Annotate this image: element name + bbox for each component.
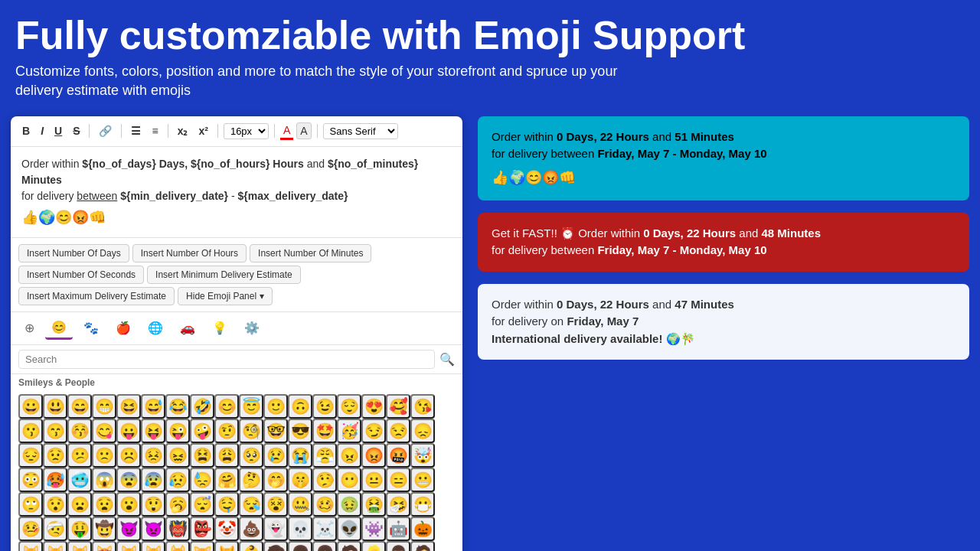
font-bg-button[interactable]: A (296, 122, 311, 139)
emoji-cat-smileys[interactable]: 😊 (45, 317, 73, 340)
emoji-item[interactable]: 😘 (410, 394, 435, 419)
emoji-item[interactable]: 😌 (337, 394, 361, 419)
list-ul-button[interactable]: ☰ (127, 123, 145, 139)
emoji-item[interactable]: 🤪 (190, 419, 214, 443)
emoji-item[interactable]: 😦 (67, 492, 92, 517)
emoji-item[interactable]: 🙀 (165, 541, 190, 551)
emoji-cat-animals[interactable]: 🐾 (77, 318, 105, 338)
emoji-item[interactable]: 🥳 (337, 419, 361, 443)
emoji-item[interactable]: 🤬 (386, 443, 410, 468)
emoji-item[interactable]: 😓 (190, 468, 214, 492)
emoji-item[interactable]: 🙃 (288, 394, 312, 419)
emoji-item[interactable]: 😳 (18, 468, 43, 492)
emoji-item[interactable]: 👾 (361, 517, 386, 541)
emoji-item[interactable]: 🤯 (410, 443, 435, 468)
emoji-item[interactable]: 😤 (312, 443, 337, 468)
emoji-item[interactable]: 😙 (43, 419, 67, 443)
emoji-item[interactable]: 😲 (141, 492, 165, 517)
emoji-item[interactable]: 👶 (239, 541, 263, 551)
emoji-item[interactable]: 😖 (165, 443, 190, 468)
emoji-item[interactable]: 😴 (190, 492, 214, 517)
emoji-item[interactable]: 🤕 (43, 517, 67, 541)
emoji-item[interactable]: 😄 (67, 394, 92, 419)
emoji-item[interactable]: 😚 (67, 419, 92, 443)
emoji-item[interactable]: 🤗 (214, 468, 239, 492)
emoji-cat-vehicles[interactable]: 🚗 (174, 318, 201, 338)
emoji-item[interactable]: ☹️ (116, 443, 141, 468)
emoji-item[interactable]: 😸 (43, 541, 67, 551)
emoji-item[interactable]: 😑 (386, 468, 410, 492)
emoji-item[interactable]: 🎃 (410, 517, 435, 541)
emoji-item[interactable]: 💀 (288, 517, 312, 541)
emoji-item[interactable]: 😣 (141, 443, 165, 468)
emoji-item[interactable]: 😕 (67, 443, 92, 468)
underline-button[interactable]: U (51, 123, 66, 139)
emoji-item[interactable]: 😪 (239, 492, 263, 517)
emoji-item[interactable]: 😐 (361, 468, 386, 492)
emoji-item[interactable]: 😼 (116, 541, 141, 551)
emoji-item[interactable]: 👱 (361, 541, 386, 551)
emoji-item[interactable]: 😃 (43, 394, 67, 419)
emoji-item[interactable]: 🥰 (386, 394, 410, 419)
emoji-cat-food[interactable]: 🍎 (109, 318, 137, 338)
emoji-item[interactable]: 😠 (337, 443, 361, 468)
emoji-item[interactable]: 🤖 (386, 517, 410, 541)
emoji-item[interactable]: 👹 (165, 517, 190, 541)
emoji-item[interactable]: 😔 (18, 443, 43, 468)
emoji-item[interactable]: 💩 (239, 517, 263, 541)
emoji-item[interactable]: 👽 (337, 517, 361, 541)
emoji-item[interactable]: 😧 (92, 492, 116, 517)
emoji-item[interactable]: 😡 (361, 443, 386, 468)
emoji-item[interactable]: 👺 (190, 517, 214, 541)
emoji-item[interactable]: 👦 (288, 541, 312, 551)
emoji-item[interactable]: 🧐 (239, 419, 263, 443)
emoji-item[interactable]: 🙄 (18, 492, 43, 517)
emoji-item[interactable]: 🙁 (92, 443, 116, 468)
emoji-item[interactable]: 🤡 (214, 517, 239, 541)
insert-minutes-button[interactable]: Insert Number Of Minutes (250, 244, 371, 262)
emoji-cat-objects[interactable]: 💡 (206, 318, 234, 338)
emoji-item[interactable]: 🤧 (386, 492, 410, 517)
superscript-button[interactable]: x² (194, 123, 211, 139)
list-ol-button[interactable]: ≡ (148, 123, 162, 139)
emoji-item[interactable]: 😛 (116, 419, 141, 443)
emoji-search-input[interactable] (18, 350, 435, 369)
emoji-item[interactable]: 😇 (239, 394, 263, 419)
emoji-item[interactable]: 😾 (214, 541, 239, 551)
bold-button[interactable]: B (18, 123, 34, 139)
emoji-item[interactable]: 🤥 (312, 468, 337, 492)
emoji-item[interactable]: 😜 (165, 419, 190, 443)
emoji-item[interactable]: 😂 (165, 394, 190, 419)
emoji-item[interactable]: 👿 (141, 517, 165, 541)
emoji-item[interactable]: 😷 (410, 492, 435, 517)
emoji-item[interactable]: 😱 (92, 468, 116, 492)
emoji-item[interactable]: 🥵 (43, 468, 67, 492)
emoji-item[interactable]: 🤐 (288, 492, 312, 517)
emoji-item[interactable]: 😉 (312, 394, 337, 419)
emoji-item[interactable]: 🤩 (312, 419, 337, 443)
emoji-item[interactable]: 🧒 (263, 541, 288, 551)
emoji-item[interactable]: 👧 (312, 541, 337, 551)
emoji-item[interactable]: 😝 (141, 419, 165, 443)
emoji-item[interactable]: 🤣 (190, 394, 214, 419)
subscript-button[interactable]: x₂ (174, 123, 192, 139)
emoji-item[interactable]: ☠️ (312, 517, 337, 541)
emoji-item[interactable]: 😊 (214, 394, 239, 419)
emoji-item[interactable]: 🤒 (18, 517, 43, 541)
emoji-item[interactable]: 🤢 (337, 492, 361, 517)
emoji-item[interactable]: 😰 (141, 468, 165, 492)
emoji-cat-symbols[interactable]: ⚙️ (238, 318, 266, 338)
emoji-item[interactable]: 🤨 (214, 419, 239, 443)
link-button[interactable]: 🔗 (95, 123, 116, 139)
font-size-select[interactable]: 16px 12px 14px 18px 24px (224, 123, 269, 139)
emoji-item[interactable]: 🤠 (92, 517, 116, 541)
emoji-item[interactable]: 😵 (263, 492, 288, 517)
emoji-item[interactable]: 🥶 (67, 468, 92, 492)
emoji-item[interactable]: 😎 (288, 419, 312, 443)
emoji-item[interactable]: 👨 (386, 541, 410, 551)
hide-emoji-button[interactable]: Hide Emoji Panel ▾ (178, 287, 273, 305)
emoji-item[interactable]: 😫 (190, 443, 214, 468)
emoji-item[interactable]: 😨 (116, 468, 141, 492)
emoji-item[interactable]: 🙂 (263, 394, 288, 419)
italic-button[interactable]: I (37, 123, 47, 139)
